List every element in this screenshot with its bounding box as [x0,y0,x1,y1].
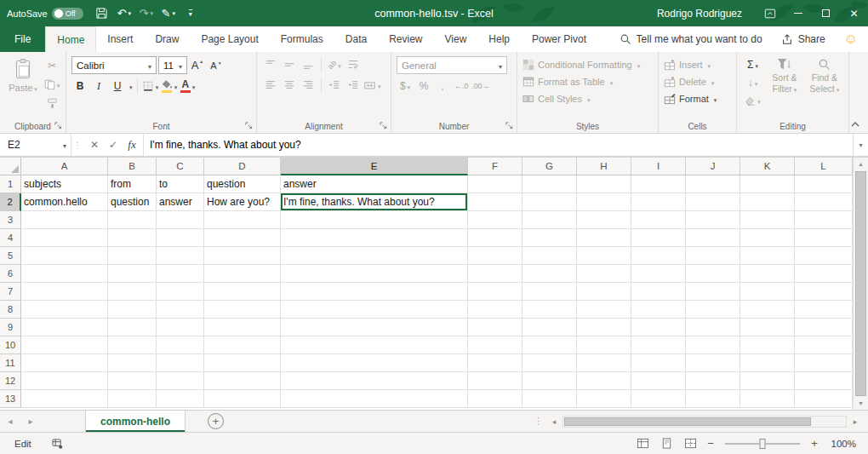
cell-E3[interactable] [281,211,468,229]
cell-K2[interactable] [740,193,795,211]
cell-D3[interactable] [204,211,281,229]
cell-K11[interactable] [740,354,795,372]
cell-C7[interactable] [157,283,204,301]
copy-button[interactable] [43,76,60,93]
cell-F11[interactable] [468,354,523,372]
cell-L9[interactable] [795,319,853,336]
cell-D4[interactable] [204,229,281,247]
insert-function-button[interactable]: fx [123,134,141,156]
row-header-2[interactable]: 2 [0,193,21,211]
cell-I8[interactable] [631,301,686,319]
cell-A1[interactable]: subjects [21,175,108,193]
cell-C8[interactable] [157,301,204,319]
cell-E10[interactable] [281,336,468,354]
cell-F7[interactable] [468,283,523,301]
cell-B10[interactable] [108,336,157,354]
cell-A2[interactable]: common.hello [21,193,108,211]
cell-B1[interactable]: from [108,175,157,193]
cell-K4[interactable] [740,229,795,247]
cell-D8[interactable] [204,301,281,319]
ribbon-display-options-button[interactable] [756,0,784,26]
increase-decimal-button[interactable]: ←.0 [453,78,470,95]
column-header-J[interactable]: J [686,158,740,175]
cell-D5[interactable] [204,247,281,265]
cell-K3[interactable] [740,211,795,229]
minimize-button[interactable] [784,0,812,26]
cell-H8[interactable] [577,301,631,319]
cell-E12[interactable] [281,372,468,390]
cell-E11[interactable] [281,354,468,372]
cell-L7[interactable] [795,283,853,301]
clipboard-dialog-launcher[interactable] [54,122,63,130]
zoom-slider[interactable] [725,443,800,445]
cell-B4[interactable] [108,229,157,247]
cell-K5[interactable] [740,247,795,265]
ribbon-tab-draw[interactable]: Draw [144,26,190,52]
cell-K10[interactable] [740,336,795,354]
cell-L4[interactable] [795,229,853,247]
ribbon-tab-view[interactable]: View [434,26,478,52]
cell-L13[interactable] [795,390,853,408]
cell-I5[interactable] [631,247,686,265]
cell-L8[interactable] [795,301,853,319]
cell-G3[interactable] [523,211,577,229]
cell-D1[interactable]: question [204,175,281,193]
ribbon-tab-home[interactable]: Home [45,26,96,52]
increase-indent-button[interactable] [345,77,362,94]
row-header-12[interactable]: 12 [0,372,21,390]
cell-B5[interactable] [108,247,157,265]
cell-A8[interactable] [21,301,108,319]
cell-H5[interactable] [577,247,631,265]
cell-D13[interactable] [204,390,281,408]
conditional-formatting-button[interactable]: Conditional Formatting [523,56,653,73]
cell-B11[interactable] [108,354,157,372]
alignment-dialog-launcher[interactable] [380,122,388,130]
column-header-H[interactable]: H [577,158,631,175]
cell-J8[interactable] [686,301,740,319]
cell-A10[interactable] [21,336,108,354]
cell-F4[interactable] [468,229,523,247]
cell-I9[interactable] [631,319,686,336]
cell-J10[interactable] [686,336,740,354]
cell-J11[interactable] [686,354,740,372]
cell-G4[interactable] [523,229,577,247]
decrease-font-size-button[interactable]: A [208,57,225,74]
cell-L11[interactable] [795,354,853,372]
cell-H4[interactable] [577,229,631,247]
page-layout-view-button[interactable] [657,435,676,452]
row-header-10[interactable]: 10 [0,336,21,354]
page-break-preview-button[interactable] [681,435,700,452]
increase-font-size-button[interactable]: A [189,57,206,74]
cell-I7[interactable] [631,283,686,301]
cell-C3[interactable] [157,211,204,229]
cell-K1[interactable] [740,175,795,193]
cell-B3[interactable] [108,211,157,229]
scroll-down-arrow-icon[interactable]: ▾ [859,397,862,410]
align-right-button[interactable] [300,77,317,94]
cell-G6[interactable] [523,265,577,283]
row-header-13[interactable]: 13 [0,390,21,408]
cell-G8[interactable] [523,301,577,319]
cell-I3[interactable] [631,211,686,229]
accounting-format-button[interactable]: $ [397,78,414,95]
cell-G5[interactable] [523,247,577,265]
enter-button[interactable]: ✓ [104,134,123,156]
cell-F12[interactable] [468,372,523,390]
cell-L3[interactable] [795,211,853,229]
cell-A9[interactable] [21,319,108,336]
cell-J3[interactable] [686,211,740,229]
cell-C6[interactable] [157,265,204,283]
cell-I2[interactable] [631,193,686,211]
cell-C9[interactable] [157,319,204,336]
wrap-text-button[interactable] [345,56,362,73]
cell-C1[interactable]: to [157,175,204,193]
cell-I6[interactable] [631,265,686,283]
undo-button[interactable]: ↶ [114,2,134,25]
cell-F1[interactable] [468,175,523,193]
number-dialog-launcher[interactable] [505,122,514,130]
column-header-D[interactable]: D [204,158,281,175]
cell-A12[interactable] [21,372,108,390]
ribbon-tab-page-layout[interactable]: Page Layout [190,26,269,52]
vertical-scrollbar[interactable]: ▴ ▾ [853,158,868,410]
cell-A6[interactable] [21,265,108,283]
